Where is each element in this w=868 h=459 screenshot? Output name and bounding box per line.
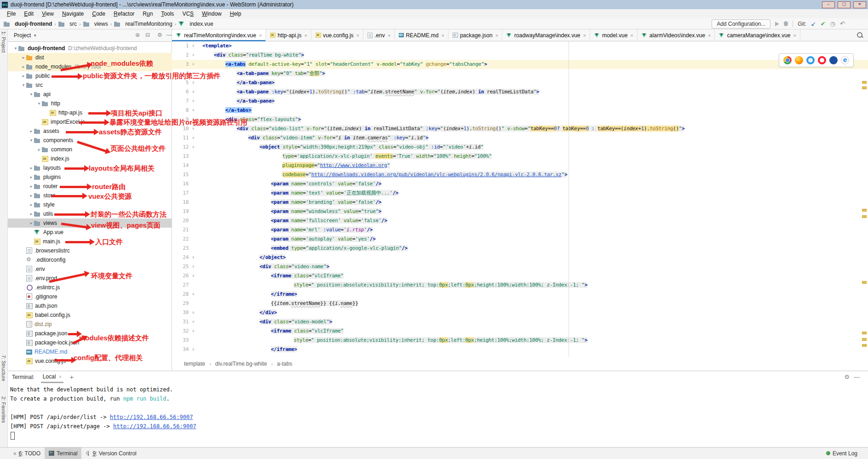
browser-icon-firefox[interactable] bbox=[795, 56, 803, 64]
chevron-right-icon[interactable]: ▸ bbox=[21, 55, 26, 60]
code-line[interactable]: <a-tabs default-active-key="1" slot="hea… bbox=[202, 60, 487, 69]
close-icon[interactable]: × bbox=[708, 33, 711, 38]
code-line[interactable]: </a-tabs> bbox=[202, 106, 252, 115]
rollback-icon[interactable]: ↶ bbox=[840, 21, 845, 27]
close-icon[interactable]: × bbox=[630, 33, 633, 38]
git-commit-icon[interactable]: ✔ bbox=[821, 21, 826, 27]
tree-item-auth.json[interactable]: auth.json bbox=[7, 301, 172, 310]
fold-marker-icon[interactable]: ∨ bbox=[190, 51, 196, 60]
tree-item-.browserslistrc[interactable]: .browserslistrc bbox=[7, 246, 172, 255]
code-line[interactable]: <a-tab-pane :key="(index+1).toString()" … bbox=[202, 87, 539, 97]
tree-item-.env[interactable]: .env bbox=[7, 264, 172, 274]
chevron-right-icon[interactable]: ▸ bbox=[29, 221, 34, 225]
close-icon[interactable]: × bbox=[356, 33, 359, 38]
editor-tab-roadwayManage-index.vue[interactable]: roadwayManage\index.vue× bbox=[502, 29, 590, 41]
close-icon[interactable]: × bbox=[495, 33, 498, 38]
terminal-link[interactable]: http://192.168.66.56:9007 bbox=[110, 414, 193, 420]
menu-run[interactable]: Run bbox=[138, 11, 157, 17]
code-line[interactable]: </object> bbox=[202, 253, 286, 262]
tree-item-api[interactable]: ▾api bbox=[7, 90, 172, 99]
menu-edit[interactable]: Edit bbox=[20, 11, 38, 17]
code-line[interactable]: </iframe> bbox=[202, 290, 297, 299]
close-icon[interactable]: × bbox=[388, 33, 391, 38]
fold-marker-icon[interactable]: ∨ bbox=[190, 262, 196, 271]
tree-item-babel.config.js[interactable]: babel.config.js bbox=[7, 310, 172, 320]
fold-marker-icon[interactable]: ∨ bbox=[190, 327, 196, 336]
code-line[interactable]: <param name='autoplay' value='yes'/> bbox=[202, 235, 375, 244]
code-line[interactable]: </iframe> bbox=[202, 345, 297, 354]
code-line[interactable]: </a-tab-pane> bbox=[202, 97, 275, 106]
status-item-event-log[interactable]: Event Log bbox=[822, 448, 862, 459]
debug-icon[interactable] bbox=[784, 21, 788, 26]
breadcrumb-item-views[interactable]: views bbox=[83, 21, 108, 27]
tree-item-.gitignore[interactable]: .gitignore bbox=[7, 292, 172, 301]
chevron-down-icon[interactable]: ▾ bbox=[36, 101, 42, 106]
tree-item-index.js[interactable]: index.js bbox=[7, 154, 172, 163]
search-icon[interactable] bbox=[857, 32, 862, 38]
code-line[interactable]: pluginspage="http://www.videolan.org" bbox=[202, 161, 390, 170]
breadcrumb-item-index.vue[interactable]: index.vue bbox=[178, 21, 213, 27]
fold-marker-icon[interactable]: ∨ bbox=[190, 271, 196, 281]
fold-marker-icon[interactable]: ∧ bbox=[190, 97, 196, 106]
tree-item-.editorconfig[interactable]: .editorconfig bbox=[7, 255, 172, 264]
editor-breadcrumb-item[interactable]: div.realTime.bg-white bbox=[215, 361, 267, 367]
new-terminal-button[interactable]: + bbox=[70, 373, 74, 381]
code-line[interactable]: <div class="video-name"> bbox=[202, 262, 329, 271]
close-icon[interactable]: × bbox=[793, 33, 796, 38]
tool-stripe-1-project[interactable]: 1: Project bbox=[1, 31, 6, 52]
chevron-right-icon[interactable]: ▸ bbox=[29, 175, 34, 179]
add-configuration-button[interactable]: Add Configuration... bbox=[712, 19, 770, 29]
hide-panel-icon[interactable]: — bbox=[167, 32, 172, 38]
close-icon[interactable]: × bbox=[58, 374, 61, 379]
fold-marker-icon[interactable]: ∧ bbox=[190, 345, 196, 354]
code-line[interactable]: codebase="http://downloads.videolan.org/… bbox=[202, 170, 567, 179]
chevron-down-icon[interactable]: ▾ bbox=[29, 92, 34, 97]
browser-icon-edge[interactable] bbox=[841, 56, 849, 64]
editor-tab-realTimeMonitoring-index.vue[interactable]: realTimeMonitoring\index.vue× bbox=[172, 29, 266, 41]
close-icon[interactable]: × bbox=[304, 33, 307, 38]
fold-marker-icon[interactable]: ∧ bbox=[190, 290, 196, 299]
panel-settings-gear-icon[interactable]: ⚙ bbox=[157, 32, 162, 38]
fold-marker-icon[interactable]: ∨ bbox=[190, 41, 196, 51]
editor-tab-model.vue[interactable]: model.vue× bbox=[590, 29, 638, 41]
code-line[interactable]: <a-tab-pane key="0" tab="全部"> bbox=[202, 69, 325, 78]
chevron-right-icon[interactable]: ▸ bbox=[29, 166, 34, 170]
editor-tab-README.md[interactable]: README.md× bbox=[395, 29, 448, 41]
tree-item-dist.zip[interactable]: dist.zip bbox=[7, 320, 172, 329]
editor-tab-alarmVideos-index.vue[interactable]: alarmVideos\index.vue× bbox=[638, 29, 715, 41]
close-icon[interactable]: × bbox=[583, 33, 586, 38]
tool-stripe-7-structure[interactable]: 7: Structure bbox=[1, 355, 6, 381]
git-update-icon[interactable]: ↙ bbox=[811, 21, 816, 27]
tree-item-duoji-frontend[interactable]: ▾duoji-frontendD:\zheheWeb\duoji-fronten… bbox=[7, 44, 172, 53]
status-item-6-todo[interactable]: ≡6: TODO bbox=[9, 448, 45, 459]
menu-window[interactable]: Window bbox=[198, 11, 226, 17]
code-line[interactable]: <embed type="application/x-google-vlc-pl… bbox=[202, 244, 408, 253]
code-line[interactable]: <template> bbox=[202, 41, 231, 51]
locate-file-icon[interactable]: ⊕ bbox=[135, 32, 140, 38]
browser-icon-opera[interactable] bbox=[818, 56, 826, 64]
code-line[interactable]: <div class="realTime bg-white"> bbox=[202, 51, 304, 60]
tree-item-src[interactable]: ▾src bbox=[7, 80, 172, 90]
code-line[interactable]: <iframe class="vlcIframe" bbox=[202, 327, 344, 336]
menu-tools[interactable]: Tools bbox=[157, 11, 178, 17]
menu-help[interactable]: Help bbox=[226, 11, 246, 17]
code-line[interactable]: <div class="video-list" v-for="(item,ind… bbox=[202, 124, 684, 133]
code-line[interactable]: <param name='controls' value='false'/> bbox=[202, 179, 381, 189]
code-line[interactable]: <iframe class="vlcIframe" bbox=[202, 271, 344, 281]
code-line[interactable]: <param name='fullscreen' value='false'/> bbox=[202, 216, 387, 225]
fold-marker-icon[interactable]: ∧ bbox=[190, 106, 196, 115]
code-line[interactable]: <param name='text' value='正在加载视频中...'/> bbox=[202, 189, 398, 198]
fold-marker-icon[interactable]: ∨ bbox=[190, 143, 196, 152]
code-line[interactable]: <param name="windowless" value="true"> bbox=[202, 207, 381, 216]
menu-navigate[interactable]: Navigate bbox=[58, 11, 88, 17]
chevron-right-icon[interactable]: ▸ bbox=[29, 129, 34, 133]
browser-icon-ie[interactable] bbox=[829, 56, 838, 64]
close-icon[interactable]: × bbox=[441, 33, 444, 38]
fold-marker-icon[interactable]: ∨ bbox=[190, 133, 196, 143]
editor-tab-vue.config.js[interactable]: vue.config.js× bbox=[311, 29, 363, 41]
chevron-right-icon[interactable]: ▸ bbox=[29, 212, 34, 216]
menu-file[interactable]: File bbox=[3, 11, 20, 17]
code-line[interactable]: <div class="video-model"> bbox=[202, 317, 332, 327]
close-icon[interactable]: × bbox=[259, 33, 262, 38]
history-icon[interactable]: ◷ bbox=[830, 21, 835, 27]
